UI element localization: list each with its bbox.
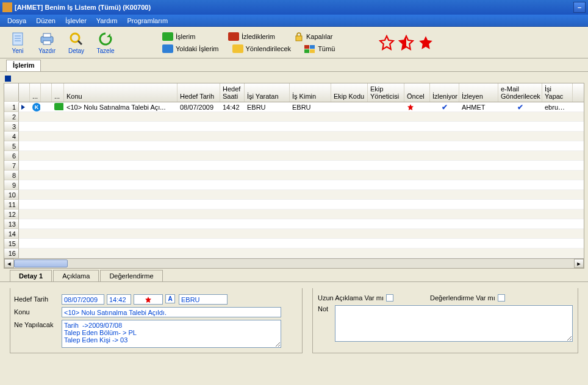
table-row[interactable] xyxy=(19,229,584,239)
row-number[interactable]: 4 xyxy=(4,132,19,141)
titlebar: [AHMET] Benim Iş Listem (Tümü) (K00700) … xyxy=(0,0,588,15)
row-number[interactable]: 15 xyxy=(4,239,19,249)
col-ekip-yon[interactable]: Ekip Yöneticisi xyxy=(368,83,404,102)
new-button[interactable]: Yeni xyxy=(5,31,30,54)
table-row[interactable] xyxy=(19,161,584,171)
input-hedef-saat[interactable] xyxy=(107,294,131,305)
folder-multi-icon xyxy=(304,44,315,54)
row-number[interactable]: 9 xyxy=(4,180,19,190)
priority-star-field[interactable] xyxy=(134,294,163,305)
refresh-button[interactable]: Tazele xyxy=(93,31,118,54)
row-number[interactable]: 16 xyxy=(4,249,19,258)
status-k-icon: K xyxy=(32,103,41,111)
filter-kapalilar[interactable]: Kapalılar xyxy=(294,32,346,41)
toolbar: Yeni Yazdır Detay Tazele İşlerim İzledik… xyxy=(0,27,588,58)
detail-tab-1[interactable]: Detay 1 xyxy=(10,270,52,281)
col-isi-yapac[interactable]: İşi Yapac xyxy=(542,83,573,102)
col-isi-yaratan[interactable]: İşi Yaratan xyxy=(245,83,290,102)
col-izleyen[interactable]: İzleyen xyxy=(459,83,498,102)
table-row[interactable] xyxy=(19,239,584,249)
table-row[interactable] xyxy=(19,141,584,151)
filter-islerim[interactable]: İşlerim xyxy=(162,32,215,41)
refresh-icon xyxy=(97,31,114,47)
table-row[interactable]: K<10> Nolu Satınalma Talebi Açı...08/07/… xyxy=(19,102,584,112)
grid-corner-marker[interactable] xyxy=(5,76,11,82)
row-number[interactable]: 3 xyxy=(4,122,19,132)
input-hedef-tarih[interactable] xyxy=(62,294,104,305)
svg-rect-0 xyxy=(13,33,23,45)
detail-button[interactable]: Detay xyxy=(63,31,89,54)
row-number[interactable]: 7 xyxy=(4,161,19,171)
col-oncel[interactable]: Öncel xyxy=(404,83,430,102)
menu-islevler[interactable]: İşlevler xyxy=(60,16,91,26)
col-hedef-saati[interactable]: Hedef Saati xyxy=(220,83,245,102)
filter-yonlendirilecek[interactable]: Yönlendirilecek xyxy=(232,44,292,54)
col-izleniyor[interactable]: İzleniyor xyxy=(430,83,459,102)
row-number[interactable]: 1 xyxy=(4,102,19,112)
table-row[interactable] xyxy=(19,219,584,229)
textarea-not[interactable] xyxy=(335,305,573,342)
star-full-icon xyxy=(407,104,414,111)
menu-duzen[interactable]: Düzen xyxy=(31,16,60,26)
table-row[interactable] xyxy=(19,122,584,132)
magnifier-icon xyxy=(68,31,85,47)
table-row[interactable] xyxy=(19,210,584,219)
star-full-icon[interactable] xyxy=(418,35,434,51)
input-konu[interactable] xyxy=(62,307,281,317)
scroll-right-arrow[interactable]: ► xyxy=(574,259,584,268)
menu-yardim[interactable]: Yardım xyxy=(91,16,123,26)
col-hedef-tarih[interactable]: Hedef Tarih xyxy=(177,83,220,102)
row-number[interactable]: 11 xyxy=(4,200,19,210)
col-ekip-kodu[interactable]: Ekip Kodu xyxy=(331,83,368,102)
filter-izlediklerim[interactable]: İzlediklerim xyxy=(228,32,281,41)
star-outline-icon[interactable] xyxy=(379,35,395,51)
table-row[interactable] xyxy=(19,249,584,258)
row-number[interactable]: 5 xyxy=(4,141,19,151)
minimize-button[interactable]: – xyxy=(573,2,586,13)
row-number[interactable]: 10 xyxy=(4,190,19,200)
scroll-thumb[interactable] xyxy=(14,260,68,267)
folder-yellow-icon xyxy=(232,44,243,53)
row-number[interactable]: 8 xyxy=(4,171,19,180)
menu-dosya[interactable]: Dosya xyxy=(2,16,31,26)
svg-rect-6 xyxy=(296,36,302,41)
grid-hscrollbar[interactable]: ◄ ► xyxy=(4,259,584,269)
scroll-left-arrow[interactable]: ◄ xyxy=(4,259,14,268)
window-title: [AHMET] Benim Iş Listem (Tümü) (K00700) xyxy=(15,4,572,11)
star-half-icon[interactable] xyxy=(398,35,414,51)
filter-tumu[interactable]: Tümü xyxy=(304,44,357,54)
label-not: Not xyxy=(318,305,332,313)
col-is-kimin[interactable]: İş Kimin xyxy=(290,83,331,102)
col-konu[interactable]: Konu xyxy=(64,83,177,102)
checkbox-degerlendirme[interactable] xyxy=(498,294,505,302)
table-row[interactable] xyxy=(19,171,584,180)
detail-tab-aciklama[interactable]: Açıklama xyxy=(53,270,99,281)
filter-yoldaki[interactable]: Yoldaki İşlerim xyxy=(162,44,219,54)
table-row[interactable] xyxy=(19,112,584,122)
folder-blue-icon xyxy=(162,44,173,53)
table-row[interactable] xyxy=(19,190,584,200)
input-ebru[interactable] xyxy=(179,294,228,305)
col-dots2[interactable]: ... xyxy=(52,83,64,102)
check-icon: ✔ xyxy=(517,103,523,111)
row-number[interactable]: 12 xyxy=(4,210,19,219)
table-row[interactable] xyxy=(19,151,584,161)
row-header-corner xyxy=(4,83,19,102)
printer-icon xyxy=(38,31,56,47)
detail-tab-degerlendirme[interactable]: Değerlendirme xyxy=(100,270,162,281)
tab-islerim[interactable]: İşlerim xyxy=(6,60,41,71)
col-email[interactable]: e-Mail Gönderilecek xyxy=(498,83,542,102)
textarea-ne-yapilacak[interactable] xyxy=(62,320,281,348)
row-number[interactable]: 14 xyxy=(4,229,19,239)
menu-programlarim[interactable]: Programlarım xyxy=(122,16,173,26)
row-number[interactable]: 13 xyxy=(4,219,19,229)
print-button[interactable]: Yazdır xyxy=(34,31,60,54)
table-row[interactable] xyxy=(19,180,584,190)
row-number[interactable]: 2 xyxy=(4,112,19,122)
row-number[interactable]: 6 xyxy=(4,151,19,161)
col-dots1[interactable]: ... xyxy=(30,83,41,102)
checkbox-uzun-aciklama[interactable] xyxy=(386,294,393,302)
table-row[interactable] xyxy=(19,132,584,141)
table-row[interactable] xyxy=(19,200,584,210)
folder-green-icon xyxy=(54,103,64,110)
